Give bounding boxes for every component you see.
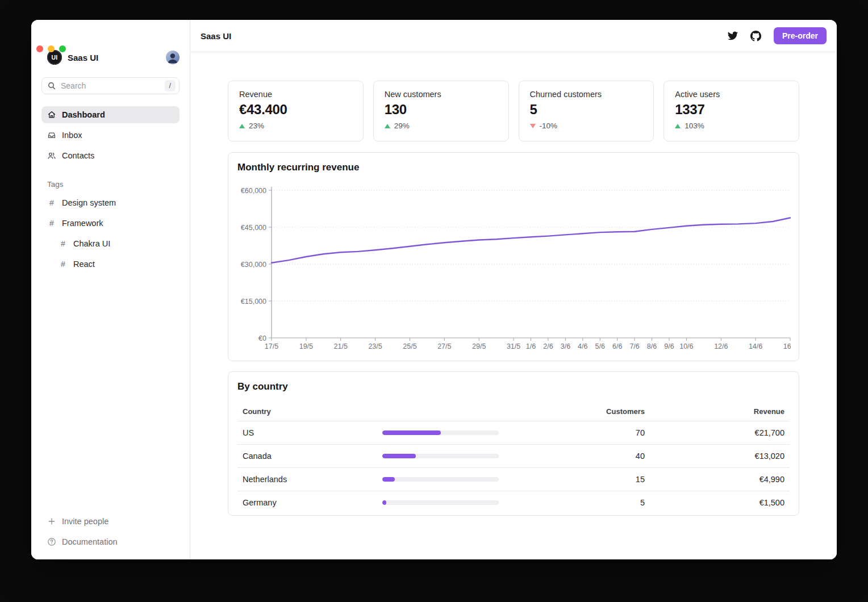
svg-text:€15,000: €15,000 (241, 298, 266, 306)
svg-text:5/6: 5/6 (595, 342, 605, 350)
svg-text:10/6: 10/6 (679, 342, 693, 350)
country-table: Country Customers Revenue US 70 €21,700 … (237, 402, 790, 514)
stat-card-active-users: Active users 1337 103% (663, 81, 799, 141)
twitter-icon[interactable] (724, 27, 741, 44)
page-title: Saas UI (201, 31, 231, 41)
svg-text:14/6: 14/6 (749, 342, 762, 350)
trend-up-icon (239, 124, 245, 128)
svg-text:31/5: 31/5 (507, 342, 520, 350)
search-input[interactable] (41, 77, 180, 94)
stat-card-churned-customers: Churned customers 5 -10% (519, 81, 654, 141)
country-name: Netherlands (237, 475, 382, 484)
svg-text:€60,000: €60,000 (241, 187, 266, 195)
svg-text:23/5: 23/5 (368, 342, 382, 350)
country-customers: 40 (510, 452, 645, 461)
trend-down-icon (530, 124, 536, 128)
search-icon (47, 81, 56, 93)
svg-text:12/6: 12/6 (714, 342, 728, 350)
footer-item-label: Documentation (62, 537, 118, 546)
country-bar-fill (382, 454, 416, 458)
country-revenue: €21,700 (645, 428, 790, 437)
svg-text:6/6: 6/6 (612, 342, 622, 350)
country-bar-fill (382, 500, 386, 505)
minimize-window-button[interactable] (48, 45, 55, 52)
invite-people-button[interactable]: Invite people (41, 513, 180, 530)
chart-area: €0€15,000€30,000€45,000€60,00017/519/521… (237, 183, 790, 352)
column-header-country: Country (237, 407, 382, 416)
stat-label: Active users (675, 90, 788, 99)
inbox-icon (47, 131, 56, 140)
svg-text:2/6: 2/6 (543, 342, 553, 350)
hash-icon: # (47, 198, 56, 207)
tags-list: # Design system # Framework # Chakra UI … (41, 194, 180, 276)
country-bar (382, 500, 499, 505)
stat-change: -10% (530, 122, 643, 130)
table-row: Canada 40 €13,020 (237, 444, 790, 467)
column-header-customers: Customers (510, 407, 645, 416)
stat-label: Churned customers (530, 90, 643, 99)
hash-icon: # (47, 219, 56, 228)
tag-label: Framework (62, 219, 103, 228)
tag-label: Design system (62, 198, 116, 207)
documentation-link[interactable]: Documentation (41, 533, 180, 550)
sidebar-item-dashboard[interactable]: Dashboard (41, 106, 180, 123)
user-avatar[interactable] (166, 51, 180, 64)
column-header-revenue: Revenue (645, 407, 790, 416)
svg-text:€45,000: €45,000 (241, 224, 266, 232)
close-window-button[interactable] (36, 45, 43, 52)
stat-change-text: 103% (685, 122, 704, 130)
tag-item-framework[interactable]: # Framework (41, 215, 180, 232)
github-icon[interactable] (747, 27, 765, 45)
tag-item-design-system[interactable]: # Design system (41, 194, 180, 211)
country-customers: 5 (510, 498, 645, 507)
sidebar-item-contacts[interactable]: Contacts (41, 147, 180, 164)
tag-item-chakra-ui[interactable]: # Chakra UI (41, 235, 180, 252)
svg-text:€0: €0 (258, 335, 266, 342)
stat-label: New customers (385, 90, 498, 99)
top-navbar: Saas UI Pre-order (190, 20, 837, 52)
zoom-window-button[interactable] (59, 45, 66, 52)
country-name: Germany (237, 498, 382, 507)
tag-item-react[interactable]: # React (41, 256, 180, 273)
stats-row: Revenue €43.400 23% New customers 130 29… (228, 81, 799, 141)
stat-card-new-customers: New customers 130 29% (373, 81, 509, 141)
svg-text:27/5: 27/5 (437, 342, 451, 350)
trend-up-icon (675, 124, 681, 128)
tag-label: React (73, 260, 95, 269)
plus-icon (47, 517, 56, 526)
svg-text:1/6: 1/6 (526, 342, 536, 350)
table-row: US 70 €21,700 (237, 421, 790, 444)
mrr-line-chart: €0€15,000€30,000€45,000€60,00017/519/521… (237, 183, 791, 352)
by-country-title: By country (237, 381, 790, 392)
svg-text:29/5: 29/5 (472, 342, 486, 350)
pre-order-button[interactable]: Pre-order (774, 27, 827, 44)
stat-value: €43.400 (239, 102, 352, 118)
svg-text:19/5: 19/5 (299, 342, 313, 350)
table-row: Germany 5 €1,500 (237, 491, 790, 514)
country-revenue: €4,990 (645, 475, 790, 484)
sidebar-footer: Invite people Documentation (41, 513, 180, 550)
stat-value: 1337 (675, 102, 788, 118)
svg-text:4/6: 4/6 (578, 342, 587, 350)
country-bar (382, 477, 499, 482)
sidebar-item-inbox[interactable]: Inbox (41, 127, 180, 144)
hash-icon: # (59, 260, 68, 269)
main-area: Saas UI Pre-order Revenue €43.400 23% (190, 20, 837, 559)
country-bar (382, 430, 499, 435)
hash-icon: # (59, 239, 68, 248)
stat-card-revenue: Revenue €43.400 23% (228, 81, 364, 141)
country-bar-fill (382, 430, 441, 435)
trend-up-icon (385, 124, 390, 128)
svg-text:7/6: 7/6 (629, 342, 639, 350)
country-revenue: €13,020 (645, 452, 790, 461)
table-header-row: Country Customers Revenue (237, 402, 790, 421)
by-country-card: By country Country Customers Revenue US … (228, 371, 799, 516)
svg-text:16/6: 16/6 (783, 342, 791, 350)
tags-section-title: Tags (47, 180, 180, 189)
country-name: US (237, 428, 382, 437)
svg-text:€30,000: €30,000 (241, 261, 266, 269)
users-icon (47, 151, 56, 160)
app-name: Saas UI (68, 53, 160, 62)
country-revenue: €1,500 (645, 498, 790, 507)
stat-value: 5 (530, 102, 643, 118)
